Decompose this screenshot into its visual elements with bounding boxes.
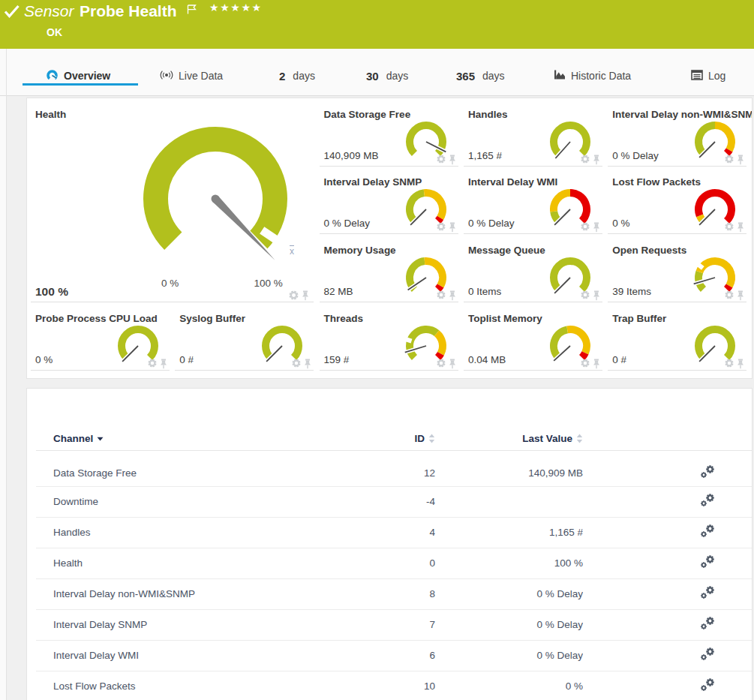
tile-actions <box>437 290 456 301</box>
active-tab-underline <box>23 83 138 86</box>
channel-row-lost-flow-packets[interactable]: Lost Flow Packets100 % <box>36 671 752 700</box>
tab-2-days[interactable]: 2days <box>279 68 315 83</box>
channel-name[interactable]: Interval Delay SNMP <box>36 609 359 640</box>
channel-name[interactable]: Interval Delay WMI <box>36 640 359 671</box>
channel-actions <box>583 517 752 548</box>
gauge-tile-health: Healthx0 %100 %100 % <box>31 104 314 303</box>
channel-settings-gear-icon[interactable] <box>437 155 446 164</box>
channel-pin-icon[interactable] <box>593 359 600 369</box>
channel-name[interactable]: Interval Delay non-WMI&SNMP <box>36 578 359 609</box>
channel-name[interactable]: Handles <box>36 517 359 548</box>
priority-stars[interactable]: ★★★★★ <box>209 2 263 14</box>
tile-actions <box>437 222 456 233</box>
channel-id: 0 <box>359 548 435 578</box>
channel-pin-icon[interactable] <box>593 290 600 301</box>
channel-settings-gear-icon[interactable] <box>437 290 446 299</box>
tab-historic-data[interactable]: Historic Data <box>554 68 631 83</box>
channel-edit-gear-icon[interactable] <box>701 465 715 479</box>
channel-edit-gear-icon[interactable] <box>701 678 715 692</box>
channel-pin-icon[interactable] <box>737 222 744 233</box>
column-header-last-value[interactable]: Last Value <box>435 428 583 450</box>
channel-gauge-value: 0 % Delay <box>468 218 515 229</box>
channel-name[interactable]: Lost Flow Packets <box>36 671 359 700</box>
gauge-tile-memory-usage: Memory Usage82 MB <box>320 240 458 302</box>
channel-pin-icon[interactable] <box>304 359 311 369</box>
channel-gauge-value: 0 # <box>612 354 626 365</box>
tile-actions <box>292 359 311 369</box>
channel-settings-gear-icon[interactable] <box>725 155 734 164</box>
channel-pin-icon[interactable] <box>737 155 744 165</box>
channel-settings-gear-icon[interactable] <box>725 359 734 368</box>
channel-edit-gear-icon[interactable] <box>701 524 715 538</box>
channel-settings-gear-icon[interactable] <box>148 359 157 368</box>
channel-pin-icon[interactable] <box>593 222 600 233</box>
tile-actions <box>437 359 456 369</box>
channel-gauge-value: 0 % Delay <box>612 150 659 161</box>
column-header-id[interactable]: ID <box>359 428 435 450</box>
channel-edit-gear-icon[interactable] <box>701 617 715 630</box>
channel-pin-icon[interactable] <box>449 290 456 301</box>
channel-gauge-title: Open Requests <box>612 245 686 256</box>
channel-actions <box>583 450 752 486</box>
historic-data-chart-icon <box>554 69 566 83</box>
channel-gauge-title: Toplist Memory <box>468 314 542 324</box>
tile-actions <box>725 155 744 165</box>
flag-icon[interactable] <box>187 4 197 17</box>
channel-row-interval-delay-non-wmi-snmp[interactable]: Interval Delay non-WMI&SNMP80 % Delay <box>36 578 752 609</box>
channel-settings-gear-icon[interactable] <box>581 222 590 231</box>
sensor-title: Probe Health <box>80 2 177 20</box>
object-type-label: Sensor <box>24 2 74 20</box>
channel-settings-gear-icon[interactable] <box>725 222 734 231</box>
status-ok-check-icon <box>4 5 20 23</box>
channel-settings-gear-icon[interactable] <box>437 222 446 231</box>
channel-actions <box>583 671 752 700</box>
tab-live-data[interactable]: Live Data <box>160 68 223 83</box>
channel-row-health[interactable]: Health0100 % <box>36 548 752 578</box>
left-rail-divider <box>6 49 7 700</box>
channel-settings-gear-icon[interactable] <box>437 359 446 368</box>
channel-row-downtime[interactable]: Downtime-4 <box>36 486 752 517</box>
channel-settings-gear-icon[interactable] <box>292 359 301 368</box>
gauge-average-marker: x <box>290 245 294 255</box>
gauge-tile-trap-buffer: Trap Buffer0 # <box>608 308 746 371</box>
channel-row-interval-delay-snmp[interactable]: Interval Delay SNMP70 % Delay <box>36 609 752 640</box>
channel-settings-gear-icon[interactable] <box>725 290 734 299</box>
channel-gauge-value: 0 # <box>179 354 194 365</box>
tab-30-days[interactable]: 30days <box>366 68 408 83</box>
channel-pin-icon[interactable] <box>449 222 456 233</box>
channel-pin-icon[interactable] <box>302 290 309 301</box>
channel-settings-gear-icon[interactable] <box>581 155 590 164</box>
channel-edit-gear-icon[interactable] <box>701 555 715 569</box>
channel-pin-icon[interactable] <box>737 359 744 369</box>
channel-edit-gear-icon[interactable] <box>701 586 715 599</box>
channel-edit-gear-icon[interactable] <box>701 647 715 661</box>
overview-gauge-icon <box>46 69 59 83</box>
gauge-tile-handles: Handles1,165 # <box>464 104 602 167</box>
channel-name[interactable]: Downtime <box>36 486 359 517</box>
channel-row-data-storage-free[interactable]: Data Storage Free12140,909 MB <box>36 450 752 486</box>
channel-pin-icon[interactable] <box>160 359 167 369</box>
channel-pin-icon[interactable] <box>449 359 456 369</box>
gauge-min-label: 0 % <box>154 278 187 289</box>
tile-actions <box>289 290 309 301</box>
channel-row-interval-delay-wmi[interactable]: Interval Delay WMI60 % Delay <box>36 640 752 671</box>
channel-settings-gear-icon[interactable] <box>581 290 590 299</box>
channel-id: -4 <box>359 486 435 517</box>
channel-pin-icon[interactable] <box>449 155 456 165</box>
channel-name[interactable]: Health <box>36 548 359 578</box>
channel-pin-icon[interactable] <box>737 290 744 301</box>
channel-settings-gear-icon[interactable] <box>581 359 590 368</box>
tab-log[interactable]: Log <box>691 68 725 83</box>
channel-pin-icon[interactable] <box>593 155 600 165</box>
channel-last-value: 0 % <box>435 671 583 700</box>
channel-edit-gear-icon[interactable] <box>701 494 715 507</box>
tab-365-days[interactable]: 365days <box>456 68 505 83</box>
channel-settings-gear-icon[interactable] <box>289 290 299 300</box>
column-header-channel[interactable]: Channel <box>36 428 359 450</box>
tab-number: 365 <box>456 70 475 83</box>
tab-overview[interactable]: Overview <box>46 68 110 83</box>
channel-name[interactable]: Data Storage Free <box>36 450 359 486</box>
channel-row-handles[interactable]: Handles41,165 # <box>36 517 752 548</box>
channel-table: Channel ID Last Value <box>36 428 752 700</box>
channel-gauge-value: 0.04 MB <box>468 354 506 365</box>
